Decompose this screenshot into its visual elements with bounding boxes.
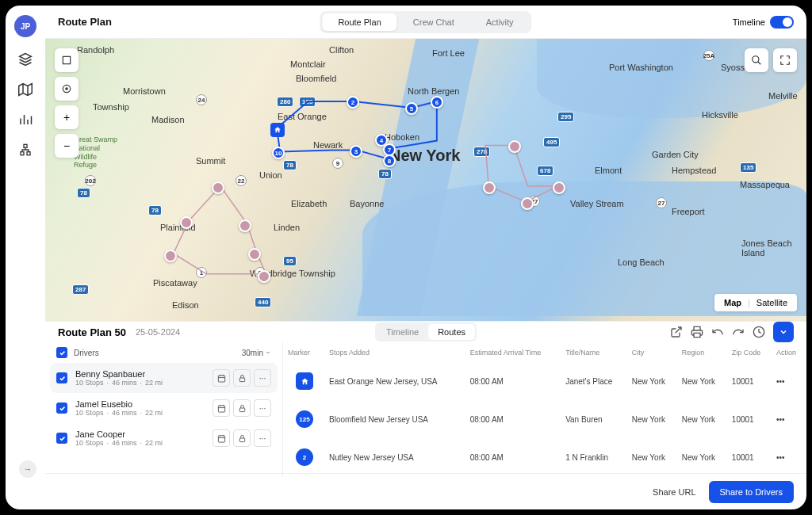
zoom-out-icon[interactable]: −: [55, 134, 79, 158]
map-type-map[interactable]: Map: [721, 298, 745, 307]
tab-activity[interactable]: Activity: [470, 13, 530, 31]
stop-marker-inactive[interactable]: [164, 250, 177, 262]
map-city-label: Elizabeth: [291, 199, 327, 208]
more-icon[interactable]: ···: [254, 429, 271, 447]
route-shield: 280: [277, 97, 293, 107]
org-icon[interactable]: [17, 142, 33, 158]
map-city-label: Linden: [274, 223, 300, 232]
search-map-icon[interactable]: [745, 48, 768, 72]
map-city-label: Hempstead: [672, 166, 716, 175]
print-icon[interactable]: [691, 326, 703, 338]
user-avatar[interactable]: JP: [14, 15, 36, 37]
more-icon[interactable]: ···: [254, 369, 271, 387]
redo-icon[interactable]: [732, 326, 745, 338]
map-canvas[interactable]: New York Great Swamp National Wildlife R…: [45, 39, 806, 321]
driver-row[interactable]: Jamel Eusebio10 Stops·46 mins·22 mi···: [45, 393, 282, 423]
stop-row[interactable]: East Orange New Jersey, USA08:00 AMJanet…: [285, 363, 805, 399]
calendar-icon[interactable]: [213, 429, 230, 447]
map-city-label: Long Beach: [618, 258, 665, 267]
locate-icon[interactable]: [55, 77, 79, 101]
stop-marker-inactive[interactable]: [483, 181, 496, 194]
home-marker[interactable]: [270, 123, 285, 137]
drivers-column-label: Drivers: [74, 349, 99, 357]
route-shield: 440: [255, 297, 271, 307]
map-city-label: Hicksville: [702, 110, 738, 120]
time-filter-dropdown[interactable]: 30min: [242, 349, 271, 357]
stop-number: 125: [296, 410, 313, 428]
open-icon[interactable]: [670, 326, 683, 338]
zoom-in-icon[interactable]: +: [55, 105, 79, 129]
stop-marker-inactive[interactable]: [258, 270, 270, 283]
row-more-icon[interactable]: •••: [776, 453, 785, 462]
stop-marker-inactive[interactable]: [212, 181, 224, 194]
route-shield: 202: [85, 175, 96, 186]
stop-marker[interactable]: 10: [272, 147, 285, 159]
driver-row[interactable]: Benny Spanbauer10 Stops·46 mins·22 mi···: [50, 363, 278, 393]
stop-row[interactable]: 125Bloomfield New Jersey USA08:00 AMVan …: [285, 401, 805, 437]
panel-tab-timeline[interactable]: Timeline: [377, 324, 428, 340]
map-city-label: Madison: [151, 115, 185, 124]
panel-tab-routes[interactable]: Routes: [428, 324, 475, 340]
driver-meta: 10 Stops·46 mins·22 mi: [75, 379, 205, 387]
tab-route-plan[interactable]: Route Plan: [322, 13, 396, 31]
driver-checkbox[interactable]: [56, 372, 67, 383]
table-header: City: [629, 344, 677, 361]
stop-marker[interactable]: 5: [405, 102, 418, 115]
undo-icon[interactable]: [711, 326, 724, 338]
driver-checkbox[interactable]: [56, 433, 67, 444]
history-icon[interactable]: [753, 326, 765, 338]
stop-marker-inactive[interactable]: [248, 248, 261, 261]
lock-icon[interactable]: [233, 369, 251, 387]
share-to-drivers-button[interactable]: Share to Drivers: [709, 481, 794, 503]
chart-icon[interactable]: [17, 112, 33, 128]
map-city-label: Piscataway: [153, 278, 197, 288]
stop-marker-inactive[interactable]: [180, 216, 193, 229]
stop-marker-inactive[interactable]: [239, 219, 251, 232]
map-icon[interactable]: [17, 82, 33, 97]
route-shield: 287: [72, 284, 89, 295]
stop-marker[interactable]: 3: [350, 145, 362, 158]
stop-number: 2: [296, 448, 313, 466]
route-shield: 9: [332, 158, 343, 169]
route-shield: 295: [557, 112, 574, 122]
timeline-toggle[interactable]: [770, 16, 794, 29]
share-url-link[interactable]: Share URL: [653, 487, 695, 497]
fullscreen-icon[interactable]: [773, 48, 797, 72]
stop-row[interactable]: 2Nutley New Jersey USA08:00 AM1 N Frankl…: [285, 439, 805, 475]
map-type-satellite[interactable]: Satellite: [753, 298, 791, 307]
layers-icon[interactable]: [17, 52, 33, 67]
map-city-label: Port Washington: [609, 63, 673, 72]
stop-marker-inactive[interactable]: [521, 197, 534, 210]
more-icon[interactable]: ···: [254, 399, 271, 417]
driver-checkbox[interactable]: [56, 402, 67, 414]
map-city-label: Jones Beach Island: [741, 238, 806, 258]
stop-marker[interactable]: 6: [431, 96, 443, 109]
stop-marker-inactive[interactable]: [553, 181, 565, 194]
route-shield: 495: [543, 137, 560, 147]
map-city-label: Fort Lee: [432, 48, 465, 58]
svg-rect-12: [218, 435, 224, 441]
polygon-tool-icon[interactable]: [55, 48, 79, 72]
row-more-icon[interactable]: •••: [776, 377, 785, 386]
map-type-switch[interactable]: Map | Satellite: [714, 294, 797, 311]
svg-rect-0: [24, 144, 27, 147]
map-city-label: Bloomfield: [296, 74, 336, 83]
row-more-icon[interactable]: •••: [776, 415, 785, 424]
map-city-label: Hoboken: [385, 132, 419, 142]
lock-icon[interactable]: [233, 399, 251, 417]
route-shield: 1: [196, 267, 207, 278]
calendar-icon[interactable]: [213, 399, 230, 417]
lock-icon[interactable]: [233, 429, 251, 447]
calendar-icon[interactable]: [213, 369, 230, 387]
driver-row[interactable]: Jane Cooper10 Stops·46 mins·22 mi···: [45, 423, 282, 453]
collapse-panel-button[interactable]: [773, 322, 794, 342]
svg-point-5: [66, 88, 67, 90]
expand-sidebar-button[interactable]: →: [19, 460, 36, 478]
stop-marker[interactable]: 2: [347, 96, 359, 109]
select-all-drivers-checkbox[interactable]: [56, 347, 67, 358]
stop-marker[interactable]: 8: [383, 154, 396, 167]
svg-rect-8: [218, 375, 224, 381]
tab-crew-chat[interactable]: Crew Chat: [397, 13, 470, 31]
svg-rect-3: [63, 56, 70, 63]
stop-marker-inactive[interactable]: [508, 140, 521, 153]
